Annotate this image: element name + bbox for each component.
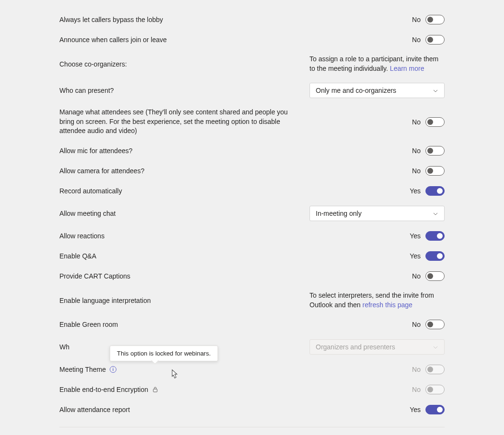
label-meeting-theme: Meeting Theme (59, 366, 106, 373)
toggle-state-qa: Yes (410, 252, 421, 260)
toggle-state-mic: No (412, 147, 421, 155)
label-allow-reactions: Allow reactions (59, 232, 410, 240)
toggle-attendance-report[interactable] (425, 405, 445, 414)
info-icon[interactable]: i (110, 366, 116, 373)
row-allow-camera: Allow camera for attendees? No (59, 161, 445, 181)
toggle-manage-attendees[interactable] (425, 117, 445, 127)
label-cart-captions: Provide CART Captions (59, 272, 412, 280)
label-enable-qa: Enable Q&A (59, 252, 410, 260)
label-allow-mic: Allow mic for attendees? (59, 147, 412, 155)
info-co-organizers: To assign a role to a participant, invit… (309, 55, 445, 73)
link-refresh-page[interactable]: refresh this page (363, 301, 412, 309)
info-language-interp: To select interpreters, send the invite … (309, 291, 445, 310)
toggle-bypass-lobby[interactable] (425, 15, 445, 24)
label-e2e-encrypt: Enable end-to-end Encryption (59, 386, 148, 393)
tooltip-locked-webinars: This option is locked for webinars. (110, 346, 218, 361)
toggle-e2e-encrypt (425, 385, 445, 394)
toggle-state-bypass: No (412, 16, 421, 23)
select-value-present: Only me and co-organizers (316, 87, 396, 94)
label-allow-camera: Allow camera for attendees? (59, 167, 412, 175)
label-announce-callers: Announce when callers join or leave (59, 36, 412, 44)
lock-icon (152, 386, 159, 393)
row-language-interp: Enable language interpretation To select… (59, 286, 445, 314)
svg-rect-0 (153, 389, 157, 392)
toggle-state-camera: No (412, 167, 421, 175)
toggle-state-announce: No (412, 36, 421, 44)
row-meeting-chat: Allow meeting chat In-meeting only (59, 201, 445, 226)
cursor-pointer-icon (169, 368, 179, 380)
toggle-state-record: Yes (410, 187, 421, 195)
row-cart-captions: Provide CART Captions No (59, 266, 445, 286)
label-meeting-chat: Allow meeting chat (59, 210, 309, 217)
select-value-chat: In-meeting only (316, 210, 362, 217)
row-attendance-report: Allow attendance report Yes (59, 400, 445, 420)
toggle-allow-camera[interactable] (425, 166, 445, 176)
row-who-can-present: Who can present? Only me and co-organize… (59, 78, 445, 103)
toggle-green-room[interactable] (425, 320, 445, 329)
chevron-down-icon (433, 344, 438, 350)
row-manage-attendees: Manage what attendees see (They'll only … (59, 103, 445, 141)
toggle-state-cart: No (412, 272, 421, 280)
label-manage-attendees: Manage what attendees see (They'll only … (59, 108, 309, 136)
label-attendance-report: Allow attendance report (59, 406, 410, 413)
label-who-can-present: Who can present? (59, 87, 309, 94)
select-meeting-chat[interactable]: In-meeting only (309, 206, 445, 221)
label-green-room: Enable Green room (59, 321, 412, 328)
toggle-allow-mic[interactable] (425, 146, 445, 156)
toggle-state-theme: No (412, 366, 421, 373)
toggle-meeting-theme (425, 365, 445, 374)
chevron-down-icon (433, 88, 438, 93)
row-bypass-lobby: Always let callers bypass the lobby No (59, 10, 445, 30)
toggle-state-green: No (412, 321, 421, 328)
toggle-state-attendance: Yes (410, 406, 421, 413)
row-allow-mic: Allow mic for attendees? No (59, 141, 445, 161)
row-record-auto: Record automatically Yes (59, 181, 445, 201)
link-learn-more[interactable]: Learn more (390, 65, 424, 72)
footer-divider (59, 427, 445, 427)
label-e2e-encrypt-wrap: Enable end-to-end Encryption (59, 386, 412, 393)
chevron-down-icon (433, 211, 438, 216)
label-co-organizers: Choose co-organizers: (59, 60, 309, 68)
label-record-auto: Record automatically (59, 187, 410, 195)
row-co-organizers: Choose co-organizers: To assign a role t… (59, 50, 445, 78)
toggle-allow-reactions[interactable] (425, 231, 445, 241)
toggle-announce-callers[interactable] (425, 35, 445, 45)
label-meeting-theme-wrap: Meeting Theme i This option is locked fo… (59, 366, 412, 373)
toggle-state-manage: No (412, 118, 421, 126)
toggle-enable-qa[interactable] (425, 251, 445, 261)
row-enable-qa: Enable Q&A Yes (59, 246, 445, 266)
row-meeting-theme: Meeting Theme i This option is locked fo… (59, 359, 445, 379)
label-language-interp: Enable language interpretation (59, 297, 309, 304)
row-green-room: Enable Green room No (59, 314, 445, 335)
row-e2e-encrypt: Enable end-to-end Encryption No (59, 379, 445, 400)
row-allow-reactions: Allow reactions Yes (59, 226, 445, 246)
select-who-can-present[interactable]: Only me and co-organizers (309, 83, 445, 98)
toggle-state-e2e: No (412, 386, 421, 393)
row-announce-callers: Announce when callers join or leave No (59, 30, 445, 50)
select-organizers-presenters: Organizers and presenters (309, 339, 445, 355)
label-bypass-lobby: Always let callers bypass the lobby (59, 16, 412, 23)
select-value-orgpres: Organizers and presenters (316, 343, 395, 351)
toggle-cart-captions[interactable] (425, 271, 445, 281)
toggle-state-reactions: Yes (410, 232, 421, 240)
toggle-record-auto[interactable] (425, 186, 445, 196)
